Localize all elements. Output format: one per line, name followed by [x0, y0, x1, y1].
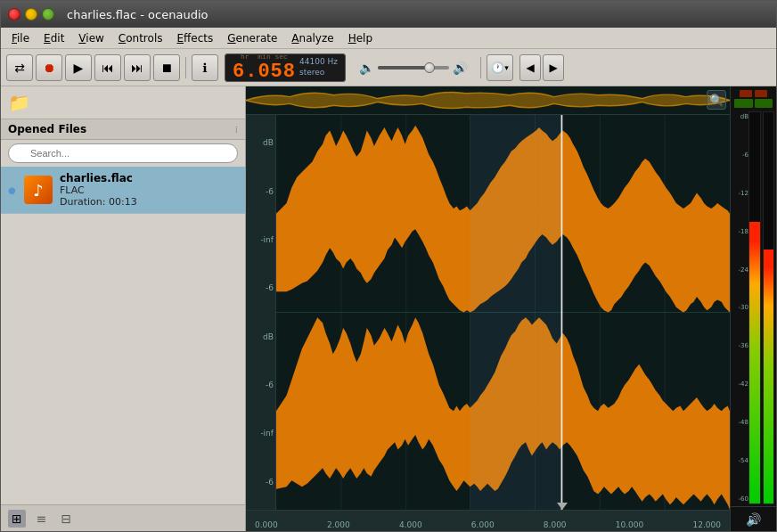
- nav-forward-button[interactable]: ▶: [543, 54, 564, 81]
- vu-label-24: -24: [732, 266, 748, 274]
- timeline-label-6: 6.000: [471, 520, 495, 529]
- main-window: charlies.flac - ocenaudio File Edit View…: [0, 0, 777, 532]
- loop-icon: ⇄: [14, 61, 25, 75]
- waveform-area[interactable]: 🔍 dB -6 -inf -6 dB -6 -inf -6: [246, 86, 730, 531]
- vu-label-12: -12: [732, 190, 748, 197]
- sidebar: 📁 Opened Files ⁞ 🔍 ● ♪: [1, 86, 246, 531]
- peak-indicator-left: [734, 99, 753, 108]
- search-input[interactable]: [8, 143, 238, 163]
- vu-meter-bars: [748, 111, 774, 504]
- volume-slider[interactable]: [378, 66, 449, 70]
- view-large-button[interactable]: ⊞: [8, 510, 26, 528]
- fast-forward-icon: ⏭: [131, 61, 143, 75]
- menu-view[interactable]: View: [71, 30, 110, 46]
- menu-analyze[interactable]: Analyze: [284, 30, 340, 46]
- vu-meter-panel: dB -6 -12 -18 -24 -30 -36 -42 -48 -54 -6…: [730, 86, 776, 531]
- time-info: 44100 Hz stereo: [299, 57, 338, 78]
- window-controls: [8, 8, 54, 20]
- loop-button[interactable]: ⇄: [6, 54, 33, 81]
- menu-help[interactable]: Help: [341, 30, 380, 46]
- toolbar-separator-1: [185, 57, 186, 78]
- menu-edit[interactable]: Edit: [37, 30, 71, 46]
- time-label: hr min sec: [241, 53, 288, 61]
- vu-label-db: dB: [732, 113, 748, 120]
- sidebar-header: 📁: [1, 86, 245, 119]
- stop-button[interactable]: ⏹: [153, 54, 180, 81]
- vu-label-36: -36: [732, 342, 748, 349]
- waveform-canvas[interactable]: [276, 115, 730, 510]
- vu-label-42: -42: [732, 381, 748, 388]
- db-label-7: -inf: [248, 429, 274, 438]
- db-scale-left: dB -6 -inf -6 dB -6 -inf -6: [246, 115, 276, 510]
- search-wrapper: 🔍: [8, 143, 238, 163]
- maximize-button[interactable]: [42, 8, 54, 20]
- file-info: charlies.flac FLAC Duration: 00:13: [60, 172, 238, 208]
- volume-low-icon: 🔈: [359, 61, 374, 75]
- timeline-label-8: 8.000: [544, 520, 567, 529]
- vu-panel-bottom: 🔊: [731, 506, 776, 531]
- vu-label-30: -30: [732, 304, 748, 311]
- sidebar-grip: ⁞: [235, 125, 238, 135]
- nav-back-button[interactable]: ◀: [519, 54, 541, 81]
- view-small-button[interactable]: ⊟: [57, 510, 75, 528]
- play-button[interactable]: ▶: [65, 54, 92, 81]
- menu-generate[interactable]: Generate: [220, 30, 284, 46]
- music-icon: ♪: [33, 181, 44, 200]
- nav-back-icon: ◀: [526, 61, 534, 74]
- db-label-8: -6: [248, 478, 274, 487]
- vu-label-48: -48: [732, 419, 748, 426]
- volume-high-icon: 🔊: [453, 61, 468, 75]
- close-button[interactable]: [8, 8, 20, 20]
- file-list: ● ♪ charlies.flac FLAC Duration: 00:13: [1, 167, 245, 504]
- play-icon: ▶: [74, 61, 84, 75]
- menu-bar: File Edit View Controls Effects Generate…: [1, 28, 776, 49]
- timeline-label-4: 4.000: [399, 520, 422, 529]
- view-list-button[interactable]: ≡: [33, 510, 51, 528]
- rewind-button[interactable]: ⏮: [94, 54, 121, 81]
- menu-file[interactable]: File: [4, 30, 37, 46]
- fast-forward-button[interactable]: ⏭: [124, 54, 151, 81]
- record-button[interactable]: ⏺: [36, 54, 62, 81]
- info-button[interactable]: ℹ: [192, 54, 218, 81]
- mini-waveform[interactable]: 🔍: [246, 86, 730, 115]
- timeline-labels: 0.000 2.000 4.000 6.000 8.000 10.000 12.…: [246, 520, 730, 529]
- folder-icon[interactable]: 📁: [8, 92, 30, 113]
- sidebar-title: Opened Files: [8, 123, 86, 135]
- menu-controls[interactable]: Controls: [111, 30, 170, 46]
- time-value: 6.058: [233, 61, 296, 83]
- file-active-indicator: ●: [8, 185, 17, 194]
- minimize-button[interactable]: [25, 8, 37, 20]
- record-icon: ⏺: [43, 61, 55, 75]
- db-label-5: dB: [248, 332, 274, 341]
- window-title: charlies.flac - ocenaudio: [67, 8, 208, 21]
- nav-forward-icon: ▶: [549, 61, 557, 74]
- info-icon: ℹ: [202, 61, 207, 75]
- waveform-svg: [276, 115, 730, 510]
- db-label-6: -6: [248, 381, 274, 389]
- channels: stereo: [299, 68, 338, 78]
- main-content: 📁 Opened Files ⁞ 🔍 ● ♪: [1, 86, 776, 531]
- mini-waveform-svg: [246, 86, 730, 114]
- vu-left-bar: [748, 111, 761, 504]
- speaker-icon[interactable]: 🔊: [746, 512, 761, 527]
- svg-rect-12: [470, 115, 561, 510]
- search-box: 🔍: [1, 140, 245, 167]
- db-label-2: -6: [248, 187, 274, 196]
- peak-indicator-right: [755, 99, 773, 108]
- vu-right-bar: [763, 111, 775, 504]
- volume-control: 🔈 🔊: [359, 61, 468, 75]
- file-item[interactable]: ● ♪ charlies.flac FLAC Duration: 00:13: [1, 167, 245, 214]
- vu-label-60: -60: [732, 495, 748, 503]
- level-indicator-right: [755, 90, 767, 97]
- menu-effects[interactable]: Effects: [169, 30, 220, 46]
- time-dropdown-button[interactable]: 🕐 ▾: [487, 54, 513, 81]
- clock-icon: 🕐: [491, 61, 504, 74]
- volume-thumb[interactable]: [424, 62, 435, 73]
- vu-meters-area: dB -6 -12 -18 -24 -30 -36 -42 -48 -54 -6…: [731, 110, 776, 506]
- db-label-3: -inf: [248, 235, 274, 244]
- rewind-icon: ⏮: [102, 61, 114, 75]
- nav-buttons: ◀ ▶: [519, 54, 564, 81]
- zoom-button[interactable]: 🔍: [707, 90, 726, 110]
- timeline-label-2: 2.000: [327, 520, 350, 529]
- vu-right-fill: [764, 250, 774, 503]
